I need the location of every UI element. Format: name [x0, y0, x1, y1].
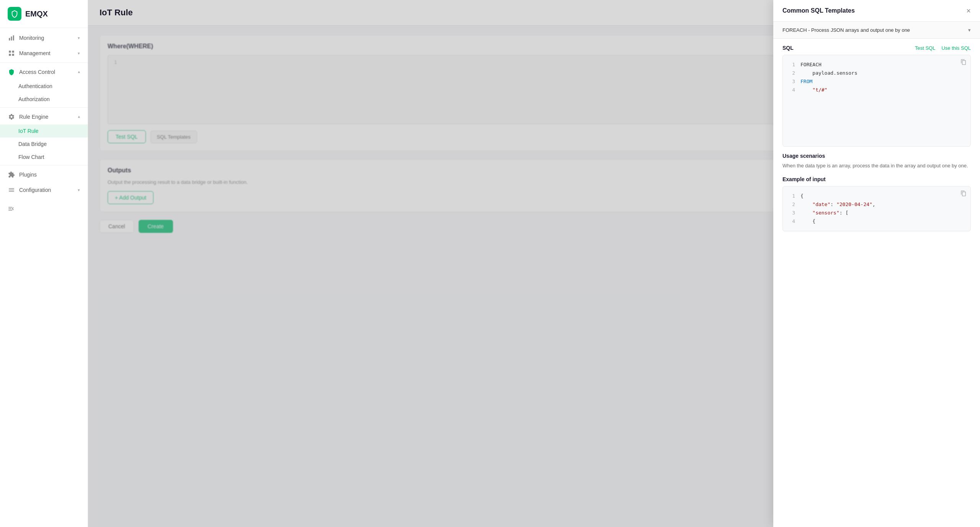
- sidebar-item-authorization[interactable]: Authorization: [0, 93, 88, 106]
- plugin-icon: [8, 171, 15, 178]
- code-line-1: 1 FOREACH: [789, 61, 964, 69]
- example-code-block: 1 { 2 "date": "2020-04-24", 3 "sensors":…: [782, 186, 971, 231]
- sidebar-item-plugins-label: Plugins: [19, 172, 37, 178]
- logo-icon: [8, 7, 21, 21]
- chart-icon: [8, 34, 15, 42]
- modal-close-button[interactable]: ×: [966, 7, 971, 15]
- sidebar-item-management[interactable]: Management ▾: [0, 46, 88, 61]
- usage-section: Usage scenarios When the data type is an…: [773, 153, 980, 176]
- svg-rect-3: [9, 51, 11, 52]
- example-section: Example of input 1 { 2 "date": "2020-04-…: [773, 176, 980, 237]
- code-line-3: 3 FROM: [789, 77, 964, 86]
- sidebar-item-monitoring-label: Monitoring: [19, 35, 44, 41]
- example-title: Example of input: [782, 176, 971, 182]
- chevron-down-icon3: ▾: [78, 188, 80, 193]
- copy-example-button[interactable]: [960, 190, 967, 198]
- sidebar-item-access-control[interactable]: Access Control ▾: [0, 64, 88, 80]
- sidebar-item-data-bridge[interactable]: Data Bridge: [0, 137, 88, 151]
- svg-rect-2: [13, 35, 14, 41]
- main-content: IoT Rule Where(WHERE) 1 Test SQL SQL Tem…: [88, 0, 980, 527]
- sql-code-section: SQL Test SQL Use this SQL 1 FOREACH: [773, 39, 980, 153]
- chevron-up-icon2: ▾: [78, 115, 80, 119]
- example-line-3: 3 "sensors": [: [789, 209, 964, 217]
- sidebar-item-configuration-label: Configuration: [19, 187, 51, 193]
- copy-code-button[interactable]: [960, 59, 967, 67]
- logo: EMQX: [0, 0, 88, 28]
- sidebar-item-authentication[interactable]: Authentication: [0, 80, 88, 93]
- shield-icon: [8, 68, 15, 76]
- svg-rect-4: [12, 51, 14, 52]
- example-line-2: 2 "date": "2020-04-24",: [789, 200, 964, 209]
- gear-icon: [8, 113, 15, 121]
- sidebar-item-rule-engine[interactable]: Rule Engine ▾: [0, 109, 88, 124]
- sql-action-buttons: Test SQL Use this SQL: [915, 45, 971, 51]
- sidebar-item-iot-rule[interactable]: IoT Rule: [0, 124, 88, 137]
- usage-text: When the data type is an array, process …: [782, 162, 971, 170]
- usage-title: Usage scenarios: [782, 153, 971, 159]
- sidebar: EMQX Monitoring ▾ Management ▾: [0, 0, 88, 527]
- modal-header: Common SQL Templates ×: [773, 0, 980, 22]
- sidebar-item-monitoring[interactable]: Monitoring ▾: [0, 30, 88, 46]
- dropdown-chevron-icon: ▾: [968, 27, 971, 33]
- sql-label: SQL: [782, 45, 794, 51]
- modal-body: FOREACH - Process JSON arrays and output…: [773, 22, 980, 527]
- example-line-1: 1 {: [789, 192, 964, 200]
- chevron-up-icon: ▾: [78, 70, 80, 75]
- sidebar-item-rule-engine-label: Rule Engine: [19, 114, 48, 120]
- sidebar-item-plugins[interactable]: Plugins: [0, 167, 88, 182]
- template-dropdown[interactable]: FOREACH - Process JSON arrays and output…: [773, 22, 980, 39]
- nav-menu: Monitoring ▾ Management ▾ Access Control: [0, 28, 88, 220]
- template-dropdown-label: FOREACH - Process JSON arrays and output…: [782, 27, 910, 33]
- code-line-2: 2 payload.sensors: [789, 69, 964, 77]
- grid-icon: [8, 49, 15, 57]
- svg-rect-5: [9, 54, 11, 56]
- sidebar-item-configuration[interactable]: Configuration ▾: [0, 182, 88, 198]
- use-sql-button[interactable]: Use this SQL: [941, 45, 971, 51]
- sql-code-block: 1 FOREACH 2 payload.sensors 3 FROM 4 "t/…: [782, 55, 971, 147]
- sidebar-item-management-label: Management: [19, 50, 51, 56]
- config-icon: [8, 186, 15, 194]
- svg-rect-1: [11, 36, 12, 41]
- code-line-4: 4 "t/#": [789, 86, 964, 94]
- sql-templates-modal: Common SQL Templates × FOREACH - Process…: [773, 0, 980, 527]
- sidebar-item-access-control-label: Access Control: [19, 69, 55, 75]
- svg-rect-0: [9, 38, 10, 41]
- svg-rect-6: [12, 54, 14, 56]
- sidebar-item-flow-chart[interactable]: Flow Chart: [0, 151, 88, 164]
- test-sql-action-button[interactable]: Test SQL: [915, 45, 935, 51]
- sidebar-collapse-btn[interactable]: [0, 201, 88, 218]
- example-line-4: 4 {: [789, 217, 964, 226]
- chevron-down-icon2: ▾: [78, 51, 80, 56]
- sql-header: SQL Test SQL Use this SQL: [782, 45, 971, 51]
- logo-text: EMQX: [25, 10, 48, 18]
- modal-title: Common SQL Templates: [782, 7, 855, 14]
- chevron-down-icon: ▾: [78, 36, 80, 41]
